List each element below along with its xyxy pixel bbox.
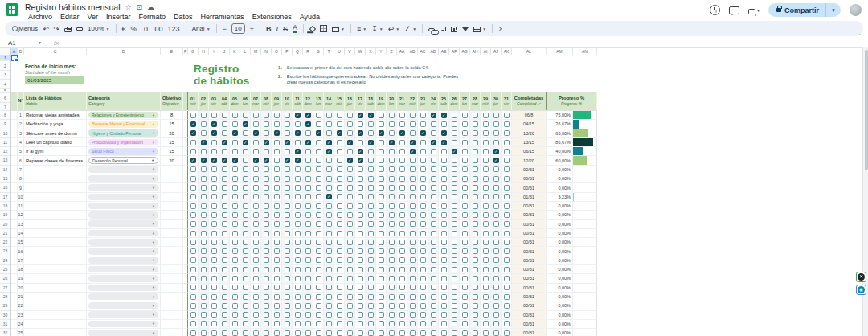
day-checkbox[interactable]: ✓ [285, 158, 290, 163]
day-checkbox[interactable] [337, 176, 342, 182]
day-checkbox[interactable] [295, 203, 301, 209]
day-20-cell[interactable] [387, 265, 397, 274]
day-checkbox[interactable] [504, 312, 510, 318]
day-03-cell[interactable]: ✓ [209, 129, 219, 138]
day-26-cell[interactable] [449, 247, 460, 256]
day-checkbox[interactable] [452, 240, 457, 245]
day-08-cell[interactable] [261, 147, 272, 156]
day-20-cell[interactable] [387, 193, 397, 202]
day-30-cell[interactable] [491, 265, 502, 274]
day-checkbox[interactable] [473, 312, 478, 318]
day-06-cell[interactable] [240, 256, 251, 265]
day-18-cell[interactable] [366, 274, 376, 283]
day-checkbox[interactable] [441, 267, 447, 272]
day-02-cell[interactable] [199, 174, 209, 183]
day-checkbox[interactable] [493, 312, 499, 318]
day-checkbox[interactable] [264, 294, 269, 300]
day-checkbox[interactable] [462, 285, 468, 290]
day-12-cell[interactable] [303, 301, 313, 310]
habit-number-cell[interactable]: 4 [18, 138, 24, 147]
day-17-cell[interactable] [355, 138, 366, 147]
day-checkbox[interactable] [379, 294, 384, 300]
day-04-cell[interactable] [219, 120, 230, 129]
day-checkbox[interactable] [316, 113, 321, 118]
day-04-cell[interactable] [219, 329, 230, 336]
day-04-cell[interactable] [219, 183, 230, 192]
day-08-cell[interactable] [261, 183, 272, 192]
day-checkbox[interactable] [431, 303, 436, 309]
day-31-cell[interactable] [502, 274, 512, 283]
day-checkbox[interactable] [462, 267, 468, 272]
day-04-cell[interactable] [219, 320, 230, 329]
day-08-cell[interactable] [261, 211, 272, 219]
day-29-cell[interactable] [481, 174, 491, 183]
day-checkbox[interactable] [473, 130, 478, 136]
day-15-cell[interactable] [334, 174, 345, 183]
day-04-cell[interactable] [219, 147, 230, 156]
day-checkbox[interactable] [431, 130, 436, 136]
day-18-cell[interactable] [366, 174, 376, 183]
day-29-cell[interactable] [481, 329, 491, 336]
day-01-cell[interactable] [188, 229, 199, 238]
day-checkbox[interactable]: ✓ [316, 130, 321, 136]
day-checkbox[interactable] [441, 212, 447, 218]
day-24-cell[interactable] [428, 329, 439, 336]
day-checkbox[interactable] [462, 158, 468, 163]
day-checkbox[interactable] [389, 130, 395, 136]
day-checkbox[interactable] [441, 158, 447, 163]
day-checkbox[interactable] [190, 176, 196, 182]
day-23-cell[interactable]: ✓ [418, 129, 428, 138]
day-03-cell[interactable]: ✓ [209, 120, 219, 129]
day-29-cell[interactable] [481, 129, 491, 138]
objective-cell[interactable] [161, 311, 183, 320]
day-checkbox[interactable] [305, 158, 311, 163]
day-checkbox[interactable] [452, 212, 457, 218]
day-checkbox[interactable] [190, 321, 196, 326]
objective-cell[interactable] [161, 320, 183, 329]
day-checkbox[interactable] [410, 276, 416, 281]
day-02-cell[interactable] [199, 284, 209, 293]
objective-cell[interactable] [161, 256, 183, 265]
day-14-cell[interactable] [324, 274, 334, 283]
day-01-cell[interactable]: ✓ [188, 129, 199, 138]
day-checkbox[interactable] [295, 140, 301, 145]
day-checkbox[interactable] [493, 303, 499, 309]
day-checkbox[interactable] [504, 231, 510, 236]
day-29-cell[interactable] [481, 156, 491, 165]
day-22-cell[interactable] [407, 320, 418, 329]
day-checkbox[interactable] [326, 330, 332, 336]
day-checkbox[interactable] [337, 285, 342, 290]
day-checkbox[interactable] [316, 312, 321, 318]
day-01-cell[interactable] [188, 220, 199, 229]
menu-ayuda[interactable]: Ayuda [297, 13, 323, 21]
col-header-Q[interactable]: Q [293, 48, 303, 55]
day-27-cell[interactable] [460, 238, 470, 247]
day-05-cell[interactable] [230, 311, 240, 320]
habit-name-cell[interactable] [24, 265, 87, 274]
menu-archivo[interactable]: Archivo [25, 13, 55, 21]
day-checkbox[interactable] [358, 330, 363, 336]
day-23-cell[interactable] [418, 229, 428, 238]
habit-number-cell[interactable]: 3 [18, 129, 24, 138]
day-checkbox[interactable] [316, 221, 321, 227]
day-11-cell[interactable] [293, 320, 303, 329]
category-cell[interactable]: Higiene y Cuidado Personal▼ [87, 129, 161, 138]
col-header-AG[interactable]: AG [460, 48, 470, 55]
category-pill[interactable]: ▼ [88, 248, 158, 255]
day-22-cell[interactable] [407, 202, 418, 211]
day-08-cell[interactable] [261, 274, 272, 283]
habit-number-cell[interactable]: 16 [18, 247, 24, 256]
day-checkbox[interactable] [285, 221, 290, 227]
day-checkbox[interactable] [285, 257, 290, 263]
habit-number-cell[interactable]: 14 [18, 229, 24, 238]
day-11-cell[interactable]: ✓ [293, 129, 303, 138]
day-01-cell[interactable]: ✓ [188, 156, 199, 165]
objective-cell[interactable] [161, 301, 183, 310]
category-cell[interactable]: ▼ [87, 256, 161, 265]
band-habits-header[interactable]: Lista de HábitosHabits [24, 92, 87, 110]
day-18-cell[interactable] [366, 220, 376, 229]
day-checkbox[interactable] [211, 257, 217, 263]
day-06-cell[interactable] [240, 311, 251, 320]
day-checkbox[interactable] [389, 257, 395, 263]
day-05-cell[interactable] [230, 183, 240, 192]
